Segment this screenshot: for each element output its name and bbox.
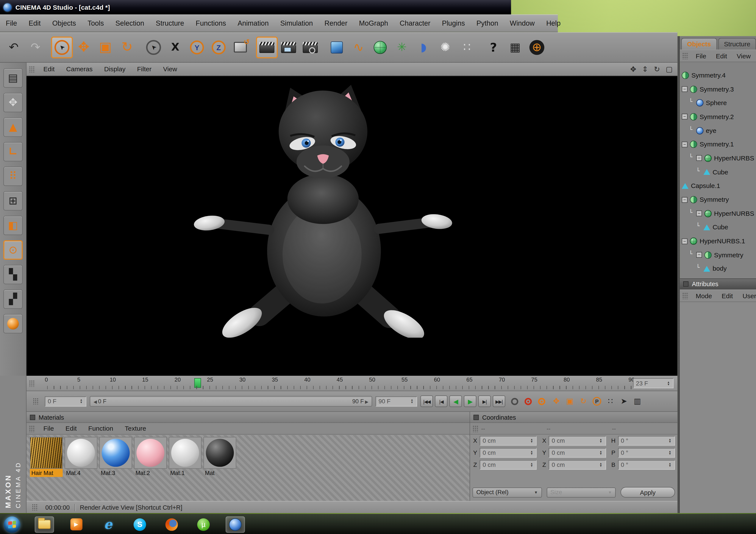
goto-end-button[interactable]: ▶▶| xyxy=(493,395,505,407)
lock-x-axis-icon[interactable]: X xyxy=(164,37,186,58)
render-view-icon[interactable] xyxy=(256,37,278,58)
viewport-menu-edit[interactable]: Edit xyxy=(38,65,61,73)
value-field[interactable]: 0 ° xyxy=(618,448,675,458)
next-frame-button[interactable]: ▶| xyxy=(478,395,491,407)
value-field[interactable]: 0 cm xyxy=(549,436,606,446)
spinner-arrows[interactable] xyxy=(599,463,603,467)
timeline-ruler-track[interactable]: 051015202530354045505560657075808590 xyxy=(35,376,635,391)
add-primitive-cube-icon[interactable] xyxy=(326,37,348,58)
lock-z-axis-icon[interactable]: Z xyxy=(208,37,230,58)
taskbar-cinema4d[interactable] xyxy=(226,516,245,532)
tree-item-cube[interactable]: Cube xyxy=(680,165,756,179)
ram-player-button[interactable]: ▥ xyxy=(632,395,643,407)
spinner-arrows[interactable] xyxy=(529,438,534,443)
points-mode-icon[interactable]: ⠿ xyxy=(3,167,23,186)
content-browser-icon[interactable]: ▦ xyxy=(504,37,526,58)
material-mat-3[interactable]: Mat.3 xyxy=(99,437,132,477)
viewport-menu-filter[interactable]: Filter xyxy=(131,65,157,73)
spinner-arrows[interactable] xyxy=(666,381,671,386)
pan-view-icon[interactable]: ✥ xyxy=(630,65,636,73)
menu-objects[interactable]: Objects xyxy=(46,19,82,27)
taskbar-firefox[interactable] xyxy=(162,516,181,532)
objects-menu-file[interactable]: File xyxy=(691,52,711,60)
tree-item-symmetry-3[interactable]: Symmetry.3 xyxy=(680,82,756,96)
tree-item-symmetry[interactable]: Symmetry xyxy=(680,248,756,262)
taskbar-explorer[interactable] xyxy=(35,516,54,532)
spinner-arrows[interactable] xyxy=(529,463,534,467)
goto-start-button[interactable]: |◀◀ xyxy=(420,395,433,407)
menu-python[interactable]: Python xyxy=(471,19,504,27)
value-field[interactable]: 0 cm xyxy=(549,448,606,458)
tree-item-sphere[interactable]: Sphere xyxy=(680,96,756,110)
toggle-view-icon[interactable]: ▢ xyxy=(666,65,673,73)
enable-axis-icon[interactable]: ∟ xyxy=(3,142,23,161)
spinner-arrows[interactable] xyxy=(668,450,672,455)
timeline-scrollbar[interactable]: 0 F 90 F xyxy=(90,396,372,407)
menu-help[interactable]: Help xyxy=(540,19,566,27)
menu-window[interactable]: Window xyxy=(504,19,540,27)
taskbar-utorrent[interactable] xyxy=(194,516,213,532)
materials-menu-function[interactable]: Function xyxy=(83,425,119,432)
tree-item-hypernurbs-1[interactable]: HyperNURBS.1 xyxy=(680,234,756,248)
spinner-arrows[interactable] xyxy=(668,463,672,467)
panel-grip[interactable] xyxy=(33,398,39,405)
previous-frame-button[interactable]: ◀ xyxy=(449,395,462,407)
move-tool-icon[interactable]: ✥ xyxy=(73,37,94,58)
spinner-arrows[interactable] xyxy=(599,438,603,443)
objects-menu-view[interactable]: View xyxy=(732,52,756,60)
tree-item-symmetry-1[interactable]: Symmetry.1 xyxy=(680,138,756,151)
zoom-view-icon[interactable]: ⇕ xyxy=(642,65,648,73)
model-mode-icon[interactable]: ⊙ xyxy=(3,240,23,260)
panel-divider[interactable] xyxy=(677,36,680,513)
add-particles-icon[interactable]: ∷ xyxy=(456,37,478,58)
add-deformer-icon[interactable]: ◗ xyxy=(413,37,434,58)
tree-item-capsule-1[interactable]: Capsule.1 xyxy=(680,179,756,193)
material-mat-4[interactable]: Mat.4 xyxy=(65,437,97,477)
add-environment-icon[interactable]: ✺ xyxy=(434,37,456,58)
key-pla-button[interactable]: ∷ xyxy=(605,395,616,407)
size-mode-dropdown[interactable]: Size xyxy=(547,487,616,497)
tree-item-hypernurbs[interactable]: HyperNURBS xyxy=(680,207,756,220)
last-used-tool-icon[interactable] xyxy=(143,37,164,58)
tree-item-symmetry-2[interactable]: Symmetry.2 xyxy=(680,110,756,124)
scale-tool-icon[interactable]: ▣ xyxy=(94,37,116,58)
autokeying-button[interactable] xyxy=(522,395,534,407)
viewport-menu-view[interactable]: View xyxy=(157,65,183,73)
previous-key-button[interactable]: |◀ xyxy=(435,395,447,407)
panel-grip[interactable] xyxy=(682,292,688,299)
tree-expander[interactable] xyxy=(696,252,702,258)
polygons-mode-icon[interactable]: ◧ xyxy=(3,216,23,235)
start-frame-field[interactable]: 0 F xyxy=(45,396,86,406)
taskbar-media-player[interactable] xyxy=(67,516,86,532)
key-rotation-button[interactable]: ↻ xyxy=(578,395,589,407)
taskbar-skype[interactable] xyxy=(130,516,149,532)
lock-y-axis-icon[interactable]: Y xyxy=(186,37,208,58)
tree-item-eye[interactable]: eye xyxy=(680,124,756,138)
undo-icon[interactable]: ↶ xyxy=(3,37,25,58)
material-hair-mat[interactable]: Hair Mat xyxy=(30,437,63,477)
panel-grip[interactable] xyxy=(32,504,38,511)
object-mode-icon[interactable] xyxy=(3,314,23,333)
menu-selection[interactable]: Selection xyxy=(110,19,150,27)
texture-mode-icon[interactable]: ▚ xyxy=(3,265,23,284)
tree-item-cube[interactable]: Cube xyxy=(680,220,756,234)
material-mat-2[interactable]: Mat.2 xyxy=(134,437,167,477)
add-array-object-icon[interactable]: ✳ xyxy=(391,37,413,58)
current-frame-marker[interactable] xyxy=(194,378,201,388)
add-nurbs-icon[interactable] xyxy=(369,37,391,58)
rotate-view-icon[interactable]: ↻ xyxy=(654,65,660,73)
viewport-menu-cameras[interactable]: Cameras xyxy=(60,65,98,73)
panel-grip[interactable] xyxy=(682,53,688,59)
model-axis-icon[interactable]: ✥ xyxy=(3,93,23,112)
materials-menu-file[interactable]: File xyxy=(38,425,60,432)
taskbar-internet-explorer[interactable] xyxy=(98,516,118,532)
start-button[interactable] xyxy=(4,516,20,532)
menu-structure[interactable]: Structure xyxy=(150,19,190,27)
tree-item-symmetry[interactable]: Symmetry xyxy=(680,193,756,207)
tree-item-symmetry-4[interactable]: Symmetry.4 xyxy=(680,68,756,82)
tree-expander[interactable] xyxy=(682,197,688,203)
materials-menu-edit[interactable]: Edit xyxy=(60,425,83,432)
menu-file[interactable]: File xyxy=(0,19,23,27)
objects-menu-edit[interactable]: Edit xyxy=(711,52,732,60)
key-parameter-button[interactable]: P xyxy=(591,395,603,407)
